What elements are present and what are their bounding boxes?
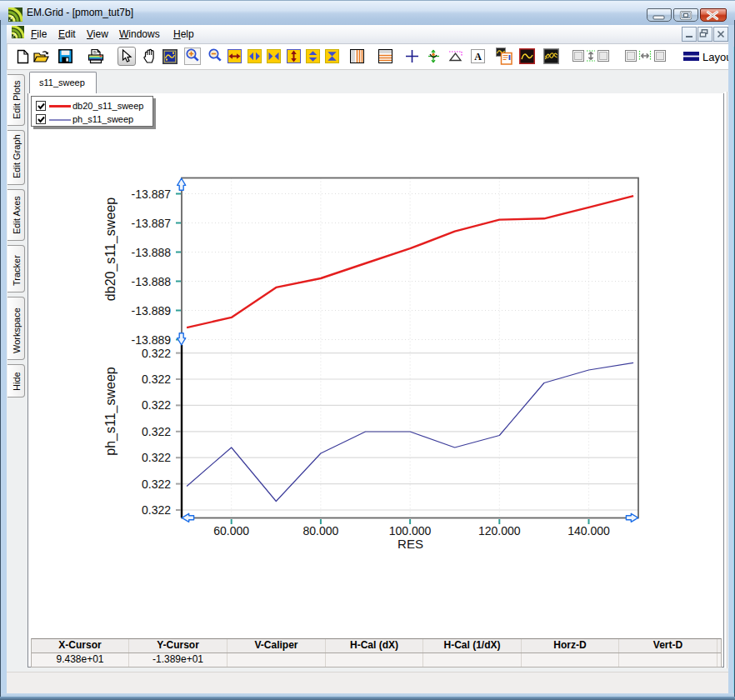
svg-text:0.322: 0.322 <box>142 478 171 491</box>
svg-text:-13.888: -13.888 <box>132 275 172 288</box>
svg-text:-13.889: -13.889 <box>132 304 172 318</box>
svg-text:ph_s11_sweep: ph_s11_sweep <box>103 367 118 456</box>
svg-text:0.322: 0.322 <box>142 347 171 360</box>
svg-text:-13.889: -13.889 <box>132 333 172 347</box>
svg-text:0.322: 0.322 <box>142 398 171 412</box>
svg-text:80.000: 80.000 <box>302 524 338 538</box>
svg-text:100.000: 100.000 <box>389 524 432 538</box>
svg-text:120.000: 120.000 <box>478 524 521 538</box>
svg-text:140.000: 140.000 <box>568 524 610 538</box>
svg-text:0.322: 0.322 <box>142 425 171 438</box>
svg-text:0.322: 0.322 <box>142 372 171 386</box>
svg-text:0.322: 0.322 <box>142 451 171 464</box>
svg-text:-13.887: -13.887 <box>132 217 172 230</box>
svg-text:-13.887: -13.887 <box>132 188 172 201</box>
svg-text:0.322: 0.322 <box>142 503 171 517</box>
svg-text:RES: RES <box>398 537 423 551</box>
svg-text:-13.888: -13.888 <box>132 246 172 259</box>
svg-text:60.000: 60.000 <box>213 524 249 538</box>
svg-text:db20_s11_sweep: db20_s11_sweep <box>103 198 118 301</box>
